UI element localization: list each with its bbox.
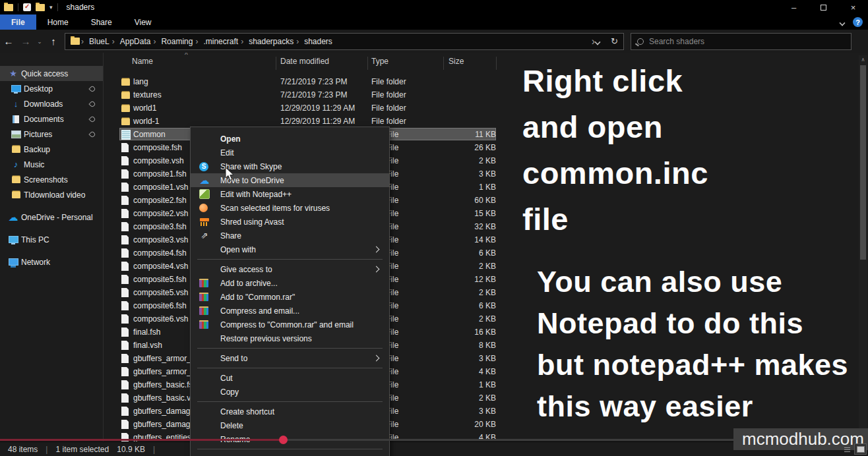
search-icon (637, 38, 644, 45)
context-menu-item[interactable]: Create shortcut (191, 405, 389, 418)
up-button[interactable]: ↑ (45, 36, 62, 47)
column-header-name[interactable]: Name (132, 57, 153, 71)
back-button[interactable]: ← (0, 36, 17, 47)
sidebar-item[interactable]: Documents (0, 111, 103, 127)
context-menu-item[interactable]: Add to "Common.rar" (191, 290, 389, 304)
ribbon-tab[interactable]: View (123, 14, 163, 30)
help-icon[interactable]: ? (853, 17, 863, 27)
context-menu-item-label: Send to (220, 354, 247, 363)
file-size: 15 KB (437, 209, 496, 218)
sidebar-item[interactable]: Pictures (0, 127, 103, 142)
ribbon-collapse-icon[interactable] (840, 20, 845, 25)
ribbon-tab[interactable]: File (0, 14, 36, 30)
location-folder-icon (71, 38, 80, 45)
context-menu-item[interactable]: Cut (191, 371, 389, 385)
new-folder-icon[interactable] (36, 4, 45, 11)
context-menu-item[interactable]: Properties (191, 452, 389, 456)
context-menu-item-icon (199, 217, 210, 227)
column-divider[interactable] (276, 57, 276, 70)
column-divider[interactable] (496, 57, 497, 70)
thumbnails-view-icon[interactable] (855, 444, 866, 454)
breadcrumb-segment[interactable]: BlueL (80, 37, 111, 46)
file-row[interactable]: textures 7/21/2019 7:23 PM File folder (104, 88, 868, 101)
recent-locations-icon[interactable]: ⌄ (34, 38, 45, 45)
breadcrumb-segment[interactable]: AppData (111, 37, 152, 46)
sidebar-item[interactable]: Backup (0, 142, 103, 157)
minimize-button[interactable]: – (779, 0, 809, 14)
sidebar-item[interactable]: Downloads (0, 96, 103, 111)
sidebar-item[interactable]: Quick access (0, 66, 103, 81)
customize-toolbar-icon[interactable]: ▾ (49, 4, 53, 11)
video-progress-scrubber[interactable] (279, 436, 288, 444)
context-menu-item[interactable]: Copy (191, 385, 389, 399)
context-menu-item[interactable]: Shred using Avast (191, 215, 389, 229)
context-menu-item-icon (199, 320, 208, 329)
breadcrumb-segment[interactable]: shaderpacks (239, 37, 295, 46)
details-view-icon[interactable] (842, 444, 853, 454)
sidebar-item[interactable]: OneDrive - Personal (0, 210, 103, 225)
sidebar-item[interactable]: Screenshots (0, 172, 103, 187)
column-header-size[interactable]: Size (449, 57, 464, 71)
restore-button[interactable] (809, 0, 838, 14)
column-header-type[interactable]: Type (371, 57, 388, 71)
context-menu-item-label: Open (220, 134, 241, 144)
context-menu-item[interactable]: Open (191, 132, 389, 146)
file-name: composite5.vsh (133, 288, 188, 297)
caption-line: file (522, 196, 708, 242)
file-icon (121, 119, 130, 125)
sort-ascending-icon[interactable]: ^ (185, 53, 188, 59)
context-menu-item-icon (199, 293, 208, 301)
context-menu-item[interactable]: Restore previous versions (191, 331, 389, 345)
address-dropdown-icon[interactable] (595, 39, 600, 44)
file-type: File folder (371, 90, 406, 100)
context-menu-item[interactable]: Move to OneDrive (191, 173, 389, 187)
file-row[interactable]: world-1 12/29/2019 11:29 AM File folder (104, 115, 868, 128)
context-menu-item[interactable]: Edit (191, 146, 389, 159)
column-divider[interactable] (367, 57, 368, 70)
context-menu-item[interactable]: Send to (191, 351, 389, 365)
sidebar-item-icon (8, 69, 18, 79)
file-name: gbuffers_armor_gl (133, 354, 197, 363)
close-button[interactable]: × (838, 0, 868, 14)
address-bar[interactable]: BlueLAppDataRoaming.minecraftshaderpacks… (65, 33, 624, 50)
properties-icon[interactable] (23, 3, 31, 11)
sidebar-item-label: Tldownload video (24, 190, 85, 200)
context-menu-item[interactable]: Open with (191, 242, 389, 256)
file-row[interactable]: world1 12/29/2019 11:29 AM File folder (104, 101, 868, 115)
vertical-scrollbar[interactable]: ∧ (859, 55, 867, 440)
mouse-cursor-icon (225, 167, 235, 181)
ribbon-tab[interactable]: Share (80, 14, 123, 30)
file-name: composite.fsh (133, 143, 182, 152)
file-name: composite4.vsh (133, 262, 188, 271)
column-header-date-modified[interactable]: Date modified (280, 57, 329, 71)
scrollbar-up-icon[interactable]: ∧ (859, 57, 867, 63)
breadcrumb-segment[interactable]: Roaming (152, 37, 194, 46)
breadcrumb-segment[interactable]: .minecraft (194, 37, 239, 46)
context-menu-item[interactable]: Give access to (191, 262, 389, 276)
sidebar-item[interactable]: Network (0, 254, 103, 270)
context-menu-item[interactable]: Edit with Notepad++ (191, 187, 389, 201)
items-count: 48 items (8, 445, 38, 454)
file-size: 11 KB (437, 130, 496, 139)
context-menu-item[interactable]: Compress to "Common.rar" and email (191, 318, 389, 331)
column-divider[interactable] (443, 57, 444, 70)
sidebar-item[interactable]: Music (0, 157, 103, 172)
refresh-icon[interactable]: ↻ (611, 36, 618, 46)
forward-button[interactable]: → (17, 36, 34, 47)
search-input[interactable]: Search shaders (631, 33, 852, 50)
file-row[interactable]: lang 7/21/2019 7:23 PM File folder (104, 75, 868, 88)
context-menu-item[interactable]: Compress and email... (191, 304, 389, 318)
context-menu-item[interactable]: Share with Skype (191, 159, 389, 173)
breadcrumb-segment[interactable]: shaders (295, 37, 334, 46)
context-menu-item[interactable]: Delete (191, 418, 389, 432)
context-menu-item[interactable]: Add to archive... (191, 276, 389, 290)
scrollbar-thumb[interactable] (860, 65, 866, 260)
file-type: File folder (371, 103, 406, 113)
sidebar-item[interactable]: This PC (0, 232, 103, 247)
sidebar-item[interactable]: Tldownload video (0, 187, 103, 202)
context-menu-item[interactable]: Share (191, 229, 389, 242)
ribbon-tab[interactable]: Home (36, 14, 80, 30)
context-menu-item[interactable]: Scan selected items for viruses (191, 201, 389, 215)
file-name: lang (133, 77, 148, 86)
sidebar-item[interactable]: Desktop (0, 81, 103, 96)
